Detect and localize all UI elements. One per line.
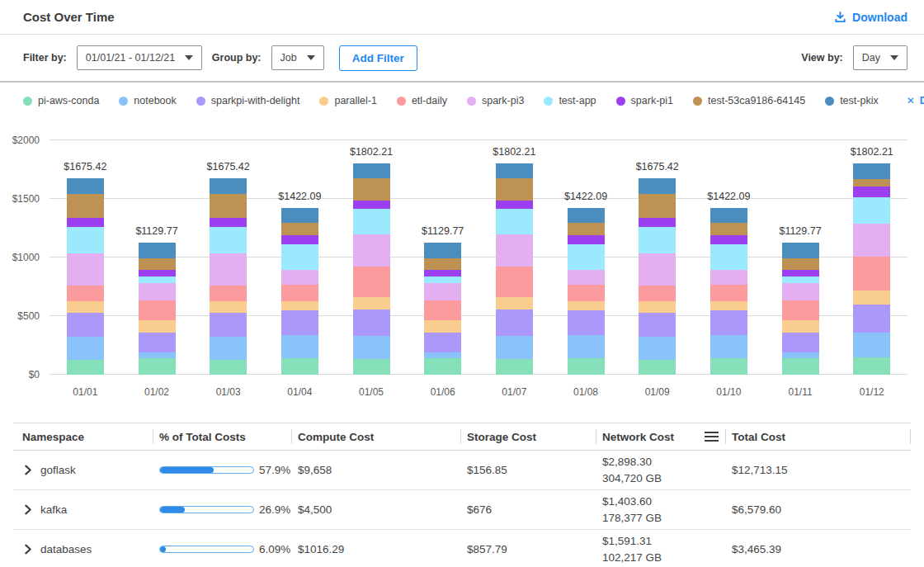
bar-segment-sparkpi-with-delight[interactable]: [210, 313, 247, 337]
bar-segment-test-app[interactable]: [424, 276, 461, 283]
bar-segment-pi-aws-conda[interactable]: [639, 360, 676, 376]
bar-segment-spark-pi3[interactable]: [424, 283, 461, 300]
bar-segment-test-pkix[interactable]: [639, 178, 676, 194]
bar-segment-test-pkix[interactable]: [139, 243, 176, 258]
expand-row-icon[interactable]: [22, 504, 33, 515]
bar-segment-sparkpi-with-delight[interactable]: [639, 313, 676, 337]
bar-segment-test-53ca9186-64145[interactable]: [782, 258, 819, 270]
bar-segment-pi-aws-conda[interactable]: [710, 358, 747, 375]
bar-segment-parallel-1[interactable]: [210, 301, 247, 313]
bar-segment-spark-pi1[interactable]: [782, 270, 819, 276]
bar-segment-test-app[interactable]: [496, 209, 533, 235]
bar-segment-pi-aws-conda[interactable]: [281, 358, 318, 375]
bar-segment-test-app[interactable]: [139, 276, 176, 283]
column-header-storage-cost[interactable]: Storage Cost: [460, 423, 596, 450]
expand-row-icon[interactable]: [22, 544, 33, 555]
legend-item-notebook[interactable]: notebook: [119, 95, 176, 106]
bar-segment-parallel-1[interactable]: [424, 320, 461, 333]
bar-segment-spark-pi3[interactable]: [782, 283, 819, 300]
download-button[interactable]: Download: [834, 11, 908, 24]
bar-segment-notebook[interactable]: [210, 337, 247, 360]
bar-group-01/02[interactable]: $1129.77: [121, 140, 193, 375]
bar-segment-sparkpi-with-delight[interactable]: [496, 309, 533, 337]
add-filter-button[interactable]: Add Filter: [339, 45, 417, 71]
bar-segment-spark-pi1[interactable]: [139, 270, 176, 276]
bar-segment-pi-aws-conda[interactable]: [853, 357, 890, 375]
bar-segment-sparkpi-with-delight[interactable]: [710, 310, 747, 334]
bar-segment-etl-daily[interactable]: [782, 300, 819, 320]
bar-segment-notebook[interactable]: [281, 335, 318, 359]
bar-segment-spark-pi1[interactable]: [210, 218, 247, 228]
bar-segment-sparkpi-with-delight[interactable]: [67, 313, 104, 337]
table-menu-icon[interactable]: [705, 432, 719, 442]
bar-segment-etl-daily[interactable]: [639, 286, 676, 302]
column-header-network-cost[interactable]: Network Cost: [596, 423, 725, 450]
bar-segment-etl-daily[interactable]: [353, 267, 390, 298]
bar-segment-test-app[interactable]: [639, 227, 676, 253]
bar-segment-test-pkix[interactable]: [853, 163, 890, 179]
legend-item-parallel-1[interactable]: parallel-1: [319, 95, 376, 106]
view-by-select[interactable]: Day: [853, 45, 908, 70]
bar-segment-spark-pi1[interactable]: [281, 235, 318, 244]
bar-segment-spark-pi1[interactable]: [424, 270, 461, 276]
legend-item-sparkpi-with-delight[interactable]: sparkpi-with-delight: [196, 95, 300, 106]
bar-group-01/07[interactable]: $1802.21: [478, 140, 550, 375]
bar-segment-notebook[interactable]: [853, 333, 890, 358]
expand-row-icon[interactable]: [22, 465, 33, 475]
bar-segment-parallel-1[interactable]: [281, 301, 318, 311]
bar-segment-sparkpi-with-delight[interactable]: [853, 305, 890, 333]
bar-segment-test-app[interactable]: [853, 197, 890, 224]
bar-segment-spark-pi3[interactable]: [639, 253, 676, 286]
bar-segment-spark-pi1[interactable]: [710, 235, 747, 244]
bar-segment-test-53ca9186-64145[interactable]: [210, 194, 247, 217]
legend-item-etl-daily[interactable]: etl-daily: [397, 95, 447, 106]
bar-segment-sparkpi-with-delight[interactable]: [281, 310, 318, 334]
bar-segment-etl-daily[interactable]: [496, 267, 533, 298]
bar-segment-notebook[interactable]: [353, 336, 390, 359]
bar-segment-test-app[interactable]: [782, 276, 819, 283]
bar-segment-spark-pi3[interactable]: [210, 253, 247, 286]
bar-segment-notebook[interactable]: [710, 335, 747, 359]
bar-segment-parallel-1[interactable]: [639, 301, 676, 313]
bar-group-01/11[interactable]: $1129.77: [765, 140, 837, 375]
bar-segment-parallel-1[interactable]: [710, 301, 747, 311]
bar-segment-test-pkix[interactable]: [710, 208, 747, 223]
bar-segment-notebook[interactable]: [67, 337, 104, 360]
bar-segment-test-53ca9186-64145[interactable]: [353, 178, 390, 201]
bar-segment-test-pkix[interactable]: [353, 163, 390, 178]
bar-segment-etl-daily[interactable]: [568, 285, 605, 301]
legend-item-spark-pi1[interactable]: spark-pi1: [616, 95, 673, 106]
bar-group-01/10[interactable]: $1422.09: [693, 140, 765, 375]
bar-segment-pi-aws-conda[interactable]: [210, 360, 247, 376]
bar-segment-test-app[interactable]: [281, 244, 318, 270]
bar-segment-sparkpi-with-delight[interactable]: [353, 309, 390, 337]
legend-item-spark-pi3[interactable]: spark-pi3: [467, 95, 524, 106]
bar-segment-test-pkix[interactable]: [496, 163, 533, 178]
bar-segment-etl-daily[interactable]: [424, 300, 461, 320]
bar-segment-test-pkix[interactable]: [782, 243, 819, 258]
bar-segment-test-pkix[interactable]: [424, 243, 461, 258]
bar-segment-pi-aws-conda[interactable]: [782, 358, 819, 375]
bar-segment-spark-pi3[interactable]: [281, 270, 318, 286]
bar-segment-sparkpi-with-delight[interactable]: [424, 333, 461, 352]
bar-segment-etl-daily[interactable]: [67, 286, 104, 302]
legend-item-test-app[interactable]: test-app: [544, 95, 596, 106]
bar-segment-test-53ca9186-64145[interactable]: [139, 258, 176, 270]
bar-segment-parallel-1[interactable]: [496, 297, 533, 309]
bar-segment-test-pkix[interactable]: [67, 178, 104, 194]
bar-segment-spark-pi3[interactable]: [139, 283, 176, 300]
bar-segment-pi-aws-conda[interactable]: [353, 359, 390, 375]
deselect-all-button[interactable]: ✕Deselect All: [907, 95, 924, 106]
bar-segment-pi-aws-conda[interactable]: [139, 358, 176, 375]
bar-segment-parallel-1[interactable]: [67, 301, 104, 313]
bar-segment-sparkpi-with-delight[interactable]: [568, 310, 605, 334]
bar-segment-test-pkix[interactable]: [210, 178, 247, 194]
bar-segment-test-pkix[interactable]: [281, 208, 318, 223]
bar-segment-test-53ca9186-64145[interactable]: [67, 194, 104, 217]
legend-item-test-53ca9186-64145[interactable]: test-53ca9186-64145: [693, 95, 805, 106]
bar-group-01/06[interactable]: $1129.77: [407, 140, 478, 375]
bar-segment-spark-pi3[interactable]: [568, 270, 605, 286]
bar-segment-pi-aws-conda[interactable]: [424, 358, 461, 375]
bar-segment-pi-aws-conda[interactable]: [568, 358, 605, 375]
bar-segment-parallel-1[interactable]: [568, 301, 605, 311]
